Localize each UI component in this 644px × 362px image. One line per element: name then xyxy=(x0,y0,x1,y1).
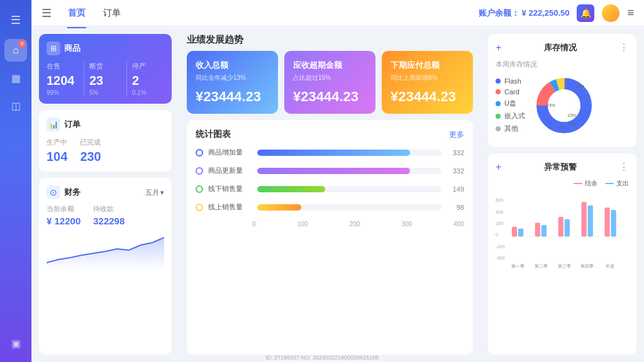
balance-line xyxy=(574,183,582,184)
legend-flash: Flash xyxy=(496,77,525,85)
bar-track-2 xyxy=(257,186,441,192)
bar-row-0: 商品增加量 332 xyxy=(196,148,464,157)
bell-button[interactable]: 🔔 xyxy=(577,4,594,22)
svg-rect-24 xyxy=(588,206,593,237)
completed-value: 230 xyxy=(80,150,101,164)
orders-card-header: 📊 订单 xyxy=(47,118,164,131)
revenue-card: 收入总额 同比去年减少13% ¥23444.23 xyxy=(187,51,278,114)
bar-track-1 xyxy=(257,168,441,174)
sidebar-item-calendar[interactable]: ▦ xyxy=(4,67,27,89)
bar-track-0 xyxy=(257,150,441,156)
menu-icon[interactable]: ≡ xyxy=(627,6,634,19)
svg-text:4%: 4% xyxy=(559,126,565,130)
anomaly-card: + 异常预警 ⋮ 结余 支出 xyxy=(488,153,636,354)
svg-rect-25 xyxy=(604,207,609,236)
inventory-plus[interactable]: + xyxy=(496,42,501,53)
chart-more[interactable]: 更多 xyxy=(449,129,464,140)
udisk-label: U盘 xyxy=(504,99,516,108)
anomaly-plus[interactable]: + xyxy=(496,162,501,173)
orders-title: 订单 xyxy=(64,119,80,130)
orders-stats: 生产中 104 已完成 230 xyxy=(47,138,164,164)
right-panel: + 库存情况 ⋮ 本周库存情况 Flash Card xyxy=(480,26,644,362)
watermark: ID: 27198327 NO: 202303221600026615108 xyxy=(265,354,379,361)
inventory-sub: 本周库存情况 xyxy=(496,60,629,69)
expense-line xyxy=(605,183,614,184)
tab-orders[interactable]: 订单 xyxy=(96,5,128,21)
hamburger-icon[interactable]: ☰ xyxy=(42,6,52,20)
sidebar-item-home[interactable]: ⌂ 9 xyxy=(4,39,27,62)
badge-count: 9 xyxy=(18,40,26,47)
tab-home[interactable]: 首页 xyxy=(60,5,93,21)
inventory-header: + 库存情况 ⋮ xyxy=(496,41,629,53)
inventory-card: + 库存情况 ⋮ 本周库存情况 Flash Card xyxy=(488,34,636,147)
svg-text:0: 0 xyxy=(496,232,498,238)
finance-receivable-value: 322298 xyxy=(93,216,125,226)
products-card: ⊞ 商品 在售 1204 99% 断货 23 5% xyxy=(39,34,172,104)
xaxis-2: 200 xyxy=(350,221,360,228)
finance-card: ⊙ 财务 五月 ▾ 当前余额 ¥ 12200 待收款 32229 xyxy=(39,178,172,354)
performance-stats: 收入总额 同比去年减少13% ¥23444.23 应收超期金额 占比超过15% … xyxy=(187,51,473,114)
anomaly-header: + 异常预警 ⋮ xyxy=(496,161,629,173)
inprogress-label: 生产中 xyxy=(47,138,67,147)
svg-rect-22 xyxy=(565,219,570,237)
flash-dot xyxy=(496,79,501,84)
balance-value: ¥ 222,250.50 xyxy=(522,8,570,18)
stat-col-stockout: 断货 23 5% xyxy=(89,62,121,96)
avatar[interactable] xyxy=(602,4,619,22)
finance-icon: ⊙ xyxy=(47,185,60,199)
anomaly-dots[interactable]: ⋮ xyxy=(619,161,629,173)
stat-col-onsale: 在售 1204 99% xyxy=(47,62,79,96)
donut-chart: 16% 74% 6% 4% 10% xyxy=(533,74,596,140)
receivable-sub: 占比超过15% xyxy=(293,74,367,82)
revenue-value: ¥23444.23 xyxy=(196,89,269,105)
performance-title: 业绩发展趋势 xyxy=(187,34,473,46)
finance-balance-label: 当前余额 xyxy=(47,204,80,214)
bar-dot-1 xyxy=(196,167,203,175)
bar-num-3: 98 xyxy=(447,204,464,211)
discontinued-sub: 0.1% xyxy=(132,89,164,96)
bar-fill-1 xyxy=(257,168,410,174)
payable-value: ¥23444.23 xyxy=(391,89,464,105)
month-select[interactable]: 五月 ▾ xyxy=(145,188,164,197)
anomaly-bar-chart: 600 400 200 0 -200 -400 xyxy=(496,192,629,273)
svg-rect-26 xyxy=(611,210,616,236)
finance-balance-value: ¥ 12200 xyxy=(47,216,80,226)
inprogress-value: 104 xyxy=(47,150,67,164)
revenue-sub: 同比去年减少13% xyxy=(196,74,269,82)
bar-label-0: 商品增加量 xyxy=(208,148,252,157)
onsale-value: 1204 xyxy=(47,74,79,88)
content-area: ⊞ 商品 在售 1204 99% 断货 23 5% xyxy=(31,26,644,362)
svg-text:200: 200 xyxy=(496,221,503,226)
card-dot xyxy=(496,89,501,94)
receivable-title: 应收超期金额 xyxy=(293,60,367,71)
discontinued-value: 2 xyxy=(132,74,164,88)
dropdown-icon: ▾ xyxy=(160,189,164,197)
svg-text:600: 600 xyxy=(496,197,503,203)
bar-track-3 xyxy=(257,204,441,211)
finance-stats: 当前余额 ¥ 12200 待收款 322298 xyxy=(47,204,164,226)
products-title: 商品 xyxy=(64,43,80,54)
bar-num-2: 149 xyxy=(447,185,464,193)
card-label: Card xyxy=(504,88,519,96)
stat-col-discontinued: 停产 2 0.1% xyxy=(132,62,164,96)
sidebar-item-gallery[interactable]: ◫ xyxy=(4,94,27,117)
svg-text:第二季: 第二季 xyxy=(535,264,548,268)
udisk-dot xyxy=(496,101,501,106)
sidebar-toggle[interactable]: ☰ xyxy=(4,9,27,31)
bar-dot-2 xyxy=(196,185,203,193)
bar-dot-0 xyxy=(196,149,203,156)
svg-rect-23 xyxy=(581,202,586,236)
sidebar-item-image[interactable]: ▣ xyxy=(4,332,27,354)
flash-label: Flash xyxy=(504,77,521,85)
stockout-value: 23 xyxy=(89,74,121,88)
bar-fill-3 xyxy=(257,204,301,211)
xaxis-0: 0 xyxy=(252,221,256,228)
inventory-dots[interactable]: ⋮ xyxy=(619,41,629,53)
anomaly-legend: 结余 支出 xyxy=(496,179,629,188)
stat-divider-2 xyxy=(126,62,127,96)
bar-num-1: 332 xyxy=(447,167,464,175)
left-panel: ⊞ 商品 在售 1204 99% 断货 23 5% xyxy=(31,26,179,362)
bar-label-2: 线下销售量 xyxy=(208,184,252,194)
finance-balance: 当前余额 ¥ 12200 xyxy=(47,204,80,226)
sidebar: ☰ ⌂ 9 ▦ ◫ ▣ xyxy=(0,0,31,362)
